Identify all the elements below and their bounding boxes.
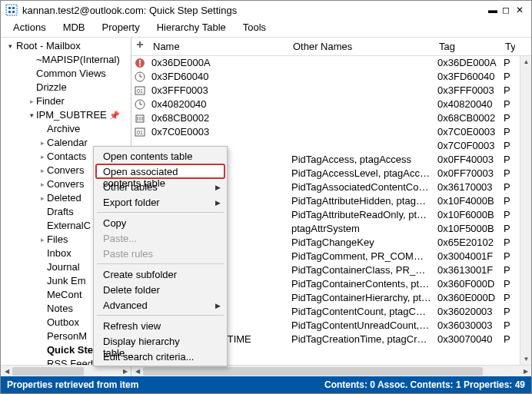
col-other-names[interactable]: Other Names	[288, 38, 434, 55]
property-row[interactable]: 0x408200400x40820040P	[131, 98, 531, 111]
maximize-button[interactable]: ◻	[499, 5, 513, 15]
tree-root[interactable]: ▾Root - Mailbox	[1, 39, 131, 53]
expand-icon[interactable]: ▸	[38, 164, 47, 177]
tree-item-label: PersonM	[47, 329, 87, 343]
row-type: P	[500, 167, 516, 180]
menu-actions[interactable]: Actions	[12, 21, 48, 34]
tree-item-label: Convers	[47, 164, 84, 177]
tree-item-label: Inbox	[47, 247, 71, 260]
tree-item-label: Finder	[36, 94, 65, 108]
context-item[interactable]: Export folder▶	[95, 194, 225, 210]
tree-item-label: ExternalC	[47, 219, 91, 233]
menubar: Actions MDB Property Hierarchy Table Too…	[1, 19, 531, 37]
expand-icon[interactable]: ▸	[38, 191, 47, 205]
context-item[interactable]: Edit search criteria...	[95, 349, 225, 364]
row-tag: 0x3FD60040	[434, 70, 500, 84]
row-tag: 0x30070040	[434, 333, 500, 346]
row-name: 0x40820040	[148, 98, 288, 111]
context-item[interactable]: Advanced▶	[95, 297, 225, 313]
context-item[interactable]: Open associated contents table	[95, 164, 225, 179]
context-item[interactable]: Create subfolder	[95, 267, 225, 282]
window-title: kannan.test2@outlook.com: Quick Step Set…	[22, 5, 485, 16]
row-name: 0x36DE000A	[148, 56, 288, 70]
expand-icon[interactable]: ▸	[38, 177, 47, 191]
row-tag: 0x10F6000B	[434, 208, 500, 222]
list-vscroll[interactable]: ▲▼	[520, 56, 531, 365]
row-tag: 0x7C0E0003	[434, 125, 500, 139]
row-type: P	[500, 84, 516, 98]
main-split: ▾Root - Mailbox~MAPISP(Internal)Common V…	[1, 37, 531, 376]
tree-item[interactable]: ▸Finder	[1, 94, 131, 108]
property-row[interactable]: 0x68CB00020x68CB0002P	[131, 111, 531, 125]
context-item[interactable]: Refresh view	[95, 318, 225, 333]
row-type: P	[500, 208, 516, 222]
svg-rect-4	[12, 11, 15, 13]
statusbar: Properties retrieved from item Contents:…	[1, 376, 531, 393]
tree-item[interactable]: ~MAPISP(Internal)	[1, 53, 131, 67]
tree-item-label: Journal	[47, 260, 80, 274]
row-name: 0x7C0E0003	[148, 125, 288, 139]
property-row[interactable]: 0x36DE000A0x36DE000AP	[131, 56, 531, 70]
col-name[interactable]: Name	[148, 38, 288, 55]
context-item[interactable]: Display hierarchy table...	[95, 333, 225, 349]
expand-icon[interactable]: ▸	[38, 136, 47, 150]
row-tag: 0x360F000D	[434, 277, 500, 291]
tree-item[interactable]: Common Views	[1, 67, 131, 81]
context-item[interactable]: Other tables▶	[95, 179, 225, 194]
tree-item[interactable]: Drizzle	[1, 81, 131, 94]
tree-item-label: Junk Em	[47, 274, 86, 288]
svg-rect-0	[6, 5, 17, 15]
row-tag: 0x0FF40003	[434, 153, 500, 167]
tree-hscroll[interactable]: ◀▶	[1, 365, 131, 376]
tree-item-label: Contacts	[47, 150, 86, 164]
row-other-names: PidTagContentCount, ptagConte...	[288, 305, 434, 319]
svg-text:01: 01	[137, 130, 143, 135]
context-separator	[97, 263, 224, 264]
tree-item-label: Drizzle	[36, 81, 67, 94]
context-item[interactable]: Open contents table	[95, 148, 225, 164]
row-type-icon	[131, 99, 148, 110]
tree-item-label: Deleted	[47, 191, 81, 205]
context-separator	[97, 212, 224, 213]
list-hscroll[interactable]: ◀▶	[131, 365, 531, 376]
col-icon[interactable]	[131, 38, 148, 55]
row-type-icon: 01	[131, 127, 148, 137]
close-button[interactable]: ✕	[513, 5, 527, 15]
property-row[interactable]: 010x7C0E00030x7C0E0003P	[131, 125, 531, 139]
col-tag[interactable]: Tag	[434, 38, 500, 55]
tree-item[interactable]: ▾IPM_SUBTREE 📌	[1, 108, 131, 122]
menu-mdb[interactable]: MDB	[62, 21, 87, 34]
expand-icon[interactable]: ▸	[38, 233, 47, 247]
col-type[interactable]: Ty	[500, 38, 516, 55]
app-icon	[5, 4, 18, 16]
collapse-icon[interactable]: ▾	[27, 108, 36, 122]
row-type: P	[500, 139, 516, 153]
context-item[interactable]: Delete folder	[95, 282, 225, 297]
expand-icon[interactable]: ▾	[5, 39, 15, 53]
row-other-names: PidTagContentUnreadCount, pta...	[288, 319, 434, 333]
property-row[interactable]: 0x3FD600400x3FD60040P	[131, 70, 531, 84]
context-item[interactable]: Copy	[95, 215, 225, 230]
menu-tools[interactable]: Tools	[241, 21, 268, 34]
expand-icon[interactable]: ▸	[27, 94, 36, 108]
submenu-arrow-icon: ▶	[215, 300, 221, 312]
menu-property[interactable]: Property	[101, 21, 141, 34]
expand-icon[interactable]: ▸	[38, 150, 47, 164]
row-name: 0x3FD60040	[148, 70, 288, 84]
property-row[interactable]: 010x3FFF00030x3FFF0003P	[131, 84, 531, 98]
row-tag: 0x36030003	[434, 319, 500, 333]
submenu-arrow-icon: ▶	[215, 197, 221, 209]
minimize-button[interactable]: ▬	[485, 5, 499, 15]
context-separator	[97, 315, 224, 316]
svg-rect-8	[139, 60, 141, 64]
tree-item[interactable]: Archive	[1, 122, 131, 136]
row-type: P	[500, 250, 516, 263]
tree-item-label: IPM_SUBTREE	[36, 108, 107, 122]
row-other-names: PidTagChangeKey	[288, 236, 434, 250]
menu-hierarchy-table[interactable]: Hierarchy Table	[155, 21, 228, 34]
row-other-names: PidTagAttributeHidden, ptagAttr...	[288, 194, 434, 208]
tree-item-label: MeCont	[47, 288, 82, 302]
svg-rect-2	[12, 7, 15, 9]
row-type: P	[500, 319, 516, 333]
row-type-icon	[131, 71, 148, 82]
